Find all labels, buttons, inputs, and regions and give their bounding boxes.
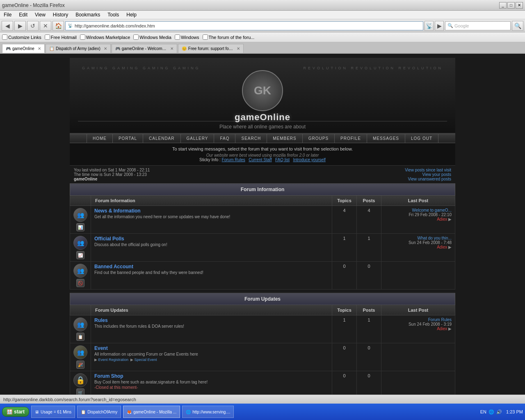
subforum-icon: 📈 bbox=[76, 251, 84, 259]
forum-topics-news: 4 bbox=[332, 206, 357, 234]
nav-portal[interactable]: PORTAL bbox=[113, 134, 143, 143]
forum-name-event[interactable]: Event bbox=[94, 345, 329, 351]
tab-label: gameOnline - Welcome to Admi... bbox=[122, 46, 167, 51]
menu-bookmarks[interactable]: Bookmarks bbox=[74, 11, 102, 18]
nav-groups[interactable]: GROUPS bbox=[303, 134, 335, 143]
minimize-button[interactable]: _ bbox=[499, 2, 507, 9]
forum-icon: 👥 bbox=[73, 317, 87, 331]
forum-desc-polls: Discuss about the official polls going o… bbox=[94, 242, 329, 247]
nav-home[interactable]: HOME bbox=[87, 134, 113, 143]
last-post-title-rules[interactable]: Forum Rules bbox=[385, 317, 452, 322]
bookmark-checkbox[interactable] bbox=[45, 34, 50, 40]
subforum-link-special[interactable]: Special Event bbox=[135, 358, 157, 362]
bookmark-customize[interactable]: Customize Links bbox=[2, 34, 41, 40]
forward-button[interactable]: ▶ bbox=[14, 21, 26, 31]
forum-desc-shop: Buy Cool item here such as avatar,signat… bbox=[94, 380, 329, 384]
forum-name-shop[interactable]: Forum Shop bbox=[94, 373, 329, 379]
forum-name-polls[interactable]: Official Polls bbox=[94, 236, 329, 242]
col-posts-2: Posts bbox=[357, 305, 381, 315]
forum-info-cell: Banned Account Find out the banned peopl… bbox=[91, 262, 332, 290]
forum-desc-rules: This includes the forum rules & DOA serv… bbox=[94, 324, 329, 329]
info-note: Our website were best viewed using mozil… bbox=[73, 153, 452, 158]
sticky-link-faq[interactable]: FAQ list bbox=[275, 158, 290, 162]
tab-gameonline[interactable]: 🎮 gameOnline ✕ bbox=[2, 44, 45, 53]
address-bar[interactable]: 📡 http://gameonline.darkbb.com/index.htm bbox=[65, 21, 423, 30]
breadcrumb: gameOnline bbox=[74, 177, 150, 181]
menu-view[interactable]: View bbox=[33, 11, 47, 18]
back-button[interactable]: ◀ bbox=[2, 21, 13, 31]
last-post-cell-banned bbox=[381, 262, 455, 290]
bookmark-media[interactable]: Windows Media bbox=[133, 34, 171, 40]
bookmark-checkbox[interactable] bbox=[80, 34, 85, 40]
last-visit-text: You last visited on Sat 1 Mar 2008 - 22:… bbox=[74, 168, 150, 172]
bookmark-marketplace[interactable]: Windows Marketplace bbox=[80, 34, 130, 40]
bookmark-forum[interactable]: The forum of the foru... bbox=[203, 34, 255, 40]
maximize-button[interactable]: □ bbox=[507, 2, 515, 9]
sticky-info: Sticky Info : Forum Rules Current Staff … bbox=[73, 158, 452, 162]
reload-button[interactable]: ↺ bbox=[27, 21, 39, 31]
bookmark-checkbox[interactable] bbox=[175, 34, 180, 40]
bookmark-checkbox[interactable] bbox=[133, 34, 139, 40]
bookmark-hotmail[interactable]: Free Hotmail bbox=[45, 34, 77, 40]
forum-name-banned[interactable]: Banned Account bbox=[94, 264, 329, 269]
sticky-link-staff[interactable]: Current Staff bbox=[249, 158, 272, 162]
nav-search[interactable]: SEARCH bbox=[235, 134, 267, 143]
tab-dispatch[interactable]: 📋 Dispatch of Army (adiex) ✕ bbox=[46, 44, 111, 53]
close-button[interactable]: ✕ bbox=[516, 2, 523, 9]
nav-profile[interactable]: PROFILE bbox=[335, 134, 367, 143]
window-controls[interactable]: _ □ ✕ bbox=[499, 2, 523, 9]
sticky-link-rules[interactable]: Forum Rules bbox=[222, 158, 245, 162]
sticky-link-introduce[interactable]: Introduce yourself bbox=[293, 158, 326, 162]
menu-help[interactable]: Help bbox=[125, 11, 138, 18]
bookmark-checkbox[interactable] bbox=[203, 34, 208, 40]
menu-history[interactable]: History bbox=[51, 11, 70, 18]
forum-posts-event: 0 bbox=[357, 343, 381, 371]
last-post-author-news[interactable]: Adiex ▶ bbox=[385, 217, 452, 221]
forum-table-headers-2: Forum Updates Topics Posts Last Post bbox=[70, 305, 455, 315]
col-forum-info-2: Forum Updates bbox=[91, 305, 332, 315]
subforum-link-event-reg[interactable]: Event Registration bbox=[98, 358, 129, 362]
nav-faq[interactable]: FAQ bbox=[214, 134, 235, 143]
view-your-posts-link[interactable]: View your posts bbox=[405, 172, 451, 177]
forum-name-rules[interactable]: Rules bbox=[94, 317, 329, 323]
nav-gallery[interactable]: GALLERY bbox=[181, 134, 215, 143]
home-button[interactable]: 🏠 bbox=[52, 21, 64, 31]
forum-updates-table: Forum Updates Forum Updates Topics Posts… bbox=[70, 293, 455, 399]
menu-tools[interactable]: Tools bbox=[106, 11, 121, 18]
tab-close-button[interactable]: ✕ bbox=[38, 46, 41, 51]
menu-file[interactable]: File bbox=[2, 11, 13, 18]
view-posts-since-link[interactable]: View posts since last visit bbox=[405, 168, 451, 172]
current-time-text: The time now is Sun 2 Mar 2008 - 13:23 bbox=[74, 172, 150, 177]
tab-admin[interactable]: 🎮 gameOnline - Welcome to Admi... ✕ bbox=[112, 44, 177, 53]
col-last-post: Last Post bbox=[381, 196, 455, 206]
last-post-author-rules[interactable]: Adiex ▶ bbox=[385, 326, 452, 331]
nav-logout[interactable]: LOG OUT bbox=[405, 134, 438, 143]
tab-close-button[interactable]: ✕ bbox=[104, 46, 107, 51]
forum-row-event: 👥 🎉 Event All information on upcoming Fo… bbox=[70, 343, 455, 371]
bookmark-windows[interactable]: Windows bbox=[175, 34, 199, 40]
menu-edit[interactable]: Edit bbox=[17, 11, 29, 18]
last-post-title-news[interactable]: Welcome to gameO... bbox=[385, 208, 452, 212]
forum-icon-cell: 👥 📋 bbox=[70, 315, 91, 343]
nav-members[interactable]: MEMBERS bbox=[267, 134, 303, 143]
search-bar[interactable]: 🔍 Google bbox=[445, 21, 511, 30]
rss-button[interactable]: 📡 bbox=[425, 21, 434, 31]
stop-button[interactable]: ✕ bbox=[40, 21, 51, 31]
tab-label: Free forum: support forum of F... bbox=[188, 46, 233, 51]
forum-name-news[interactable]: News & Information bbox=[94, 208, 329, 214]
bookmark-checkbox[interactable] bbox=[2, 34, 7, 40]
last-post-title-polls[interactable]: What do you thin... bbox=[385, 236, 452, 240]
tab-freeforum[interactable]: 😊 Free forum: support forum of F... ✕ bbox=[178, 44, 244, 53]
nav-messages[interactable]: MESSAGES bbox=[367, 134, 405, 143]
go-button[interactable]: ▶ bbox=[435, 21, 444, 31]
tab-close-button[interactable]: ✕ bbox=[170, 46, 173, 51]
tabs-bar: 🎮 gameOnline ✕ 📋 Dispatch of Army (adiex… bbox=[0, 42, 525, 54]
col-icon bbox=[70, 196, 91, 206]
view-unanswered-link[interactable]: View unanswered posts bbox=[405, 177, 451, 181]
forum-icon: 👥 bbox=[73, 264, 87, 278]
search-submit-button[interactable]: 🔍 bbox=[512, 21, 523, 31]
last-post-author-polls[interactable]: Adiex ▶ bbox=[385, 245, 452, 249]
forum-icon: 👥 bbox=[73, 236, 87, 250]
nav-calendar[interactable]: CALENDAR bbox=[143, 134, 180, 143]
tab-close-button[interactable]: ✕ bbox=[237, 46, 240, 51]
